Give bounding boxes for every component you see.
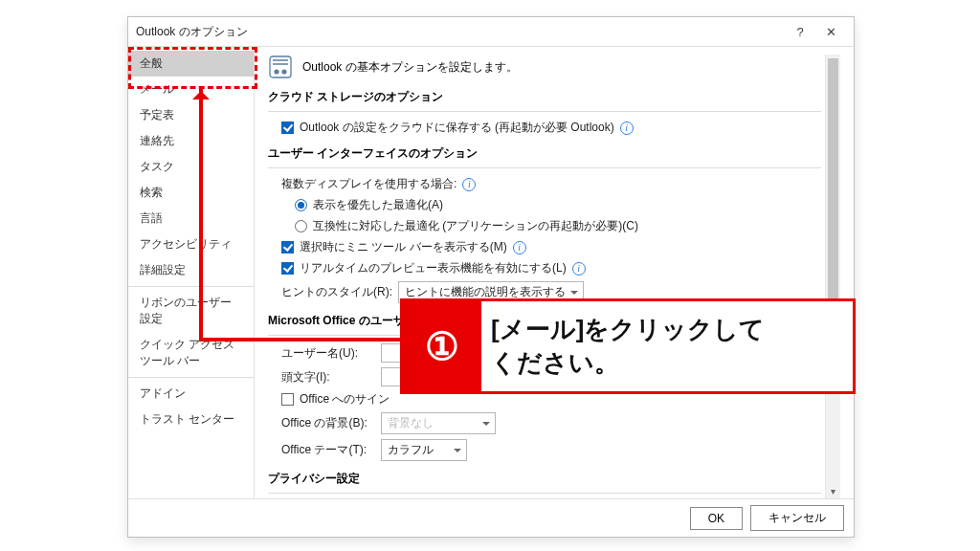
content-pane: Outlook の基本オプションを設定します。 クラウド ストレージのオプション… — [255, 47, 854, 498]
dialog-footer: OK キャンセル — [128, 498, 854, 537]
sidebar-item-addins[interactable]: アドイン — [128, 381, 254, 407]
annotation-arrow-vertical — [199, 89, 203, 342]
annotation-arrowhead-icon — [192, 82, 210, 99]
select-office-background[interactable]: 背景なし — [381, 412, 496, 434]
category-sidebar: 全般 メール 予定表 連絡先 タスク 検索 言語 アクセシビリティ 詳細設定 リ… — [128, 47, 255, 498]
general-options-icon — [268, 55, 293, 79]
sidebar-item-language[interactable]: 言語 — [128, 206, 254, 231]
sidebar-item-mail[interactable]: メール — [128, 77, 254, 102]
sidebar-item-accessibility[interactable]: アクセシビリティ — [128, 231, 254, 257]
select-office-theme[interactable]: カラフル — [381, 439, 467, 461]
label-office-theme: Office テーマ(T): — [281, 442, 373, 458]
label-live-preview: リアルタイムのプレビュー表示機能を有効にする(L) — [300, 260, 567, 276]
label-display-compat: 互換性に対応した最適化 (アプリケーションの再起動が必要)(C) — [313, 218, 638, 234]
annotation-step-badge: ① — [403, 301, 481, 391]
radio-display-compat[interactable] — [295, 220, 307, 232]
vertical-scrollbar[interactable]: ▾ — [825, 55, 840, 498]
label-display-optimize: 表示を優先した最適化(A) — [313, 197, 443, 213]
annotation-callout: ① [メール]をクリックして ください。 — [400, 298, 856, 394]
sidebar-item-contacts[interactable]: 連絡先 — [128, 128, 254, 154]
checkbox-mini-toolbar[interactable] — [281, 241, 294, 253]
label-multi-display: 複数ディスプレイを使用する場合: — [281, 176, 457, 192]
label-office-signin: Office へのサイン — [300, 391, 390, 408]
section-cloud-storage: クラウド ストレージのオプション — [268, 89, 821, 105]
sidebar-item-calendar[interactable]: 予定表 — [128, 102, 254, 128]
scrollbar-thumb[interactable] — [828, 58, 838, 307]
titlebar: Outlook のオプション ? ✕ — [128, 17, 854, 46]
label-username: ユーザー名(U): — [281, 345, 373, 362]
svg-point-2 — [281, 69, 286, 74]
checkbox-live-preview[interactable] — [281, 262, 294, 275]
info-icon[interactable] — [620, 121, 634, 135]
svg-rect-0 — [270, 56, 291, 77]
label-initials: 頭文字(I): — [281, 369, 373, 386]
annotation-instruction-text: [メール]をクリックして ください。 — [481, 313, 853, 380]
checkbox-office-signin[interactable] — [281, 393, 294, 406]
cancel-button[interactable]: キャンセル — [750, 505, 844, 531]
sidebar-item-search[interactable]: 検索 — [128, 180, 254, 206]
help-button[interactable]: ? — [785, 25, 815, 39]
sidebar-item-advanced[interactable]: 詳細設定 — [128, 257, 254, 283]
sidebar-item-ribbon[interactable]: リボンのユーザー設定 — [128, 290, 254, 332]
page-heading: Outlook の基本オプションを設定します。 — [302, 59, 518, 76]
annotation-arrow-horizontal — [199, 338, 402, 342]
info-icon[interactable] — [513, 241, 526, 254]
info-icon[interactable] — [572, 262, 586, 276]
section-ui-options: ユーザー インターフェイスのオプション — [268, 145, 821, 162]
radio-display-optimize[interactable] — [295, 199, 307, 211]
ok-button[interactable]: OK — [690, 507, 743, 530]
info-icon[interactable] — [462, 178, 476, 191]
section-privacy: プライバシー設定 — [268, 471, 821, 487]
close-button[interactable]: ✕ — [815, 25, 846, 39]
sidebar-item-tasks[interactable]: タスク — [128, 154, 254, 180]
svg-point-1 — [274, 69, 278, 74]
label-cloud-save: Outlook の設定をクラウドに保存する (再起動が必要 Outlook) — [300, 120, 614, 136]
options-dialog: Outlook のオプション ? ✕ 全般 メール 予定表 連絡先 タスク 検索… — [127, 16, 855, 538]
label-hint-style: ヒントのスタイル(R): — [281, 284, 392, 300]
label-office-background: Office の背景(B): — [281, 415, 373, 431]
dialog-title: Outlook のオプション — [136, 24, 248, 40]
scrollbar-down-icon[interactable]: ▾ — [826, 485, 840, 498]
checkbox-cloud-save[interactable] — [281, 121, 294, 134]
sidebar-item-general[interactable]: 全般 — [128, 51, 254, 77]
sidebar-item-trust-center[interactable]: トラスト センター — [128, 407, 254, 432]
label-mini-toolbar: 選択時にミニ ツール バーを表示する(M) — [300, 239, 507, 255]
